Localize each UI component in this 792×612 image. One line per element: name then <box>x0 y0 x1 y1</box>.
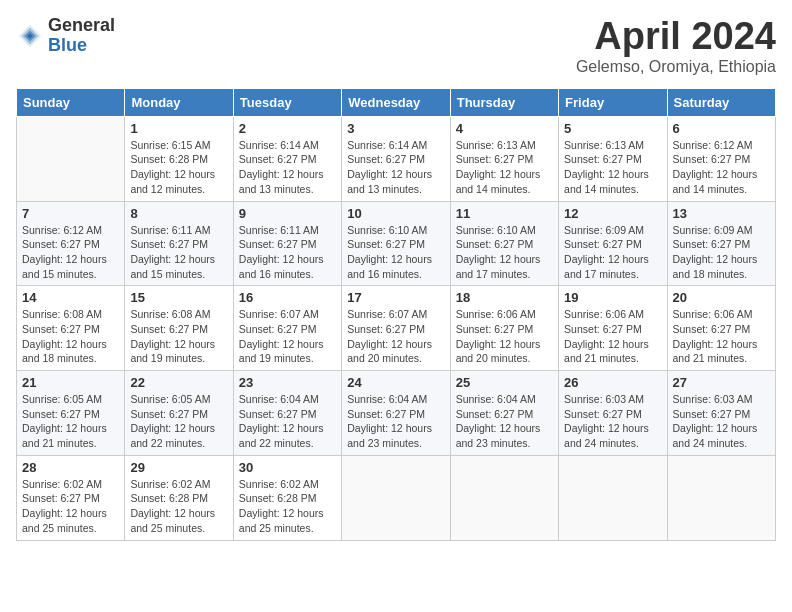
calendar-cell: 10Sunrise: 6:10 AM Sunset: 6:27 PM Dayli… <box>342 201 450 286</box>
day-info: Sunrise: 6:04 AM Sunset: 6:27 PM Dayligh… <box>347 392 444 451</box>
day-number: 18 <box>456 290 553 305</box>
day-number: 30 <box>239 460 336 475</box>
weekday-header-wednesday: Wednesday <box>342 88 450 116</box>
calendar-cell: 18Sunrise: 6:06 AM Sunset: 6:27 PM Dayli… <box>450 286 558 371</box>
day-number: 27 <box>673 375 770 390</box>
calendar-header: SundayMondayTuesdayWednesdayThursdayFrid… <box>17 88 776 116</box>
day-number: 3 <box>347 121 444 136</box>
day-info: Sunrise: 6:02 AM Sunset: 6:27 PM Dayligh… <box>22 477 119 536</box>
day-info: Sunrise: 6:02 AM Sunset: 6:28 PM Dayligh… <box>130 477 227 536</box>
day-info: Sunrise: 6:02 AM Sunset: 6:28 PM Dayligh… <box>239 477 336 536</box>
day-info: Sunrise: 6:03 AM Sunset: 6:27 PM Dayligh… <box>673 392 770 451</box>
day-number: 6 <box>673 121 770 136</box>
calendar-cell: 26Sunrise: 6:03 AM Sunset: 6:27 PM Dayli… <box>559 371 667 456</box>
day-number: 9 <box>239 206 336 221</box>
calendar-cell <box>17 116 125 201</box>
header-row: SundayMondayTuesdayWednesdayThursdayFrid… <box>17 88 776 116</box>
day-info: Sunrise: 6:12 AM Sunset: 6:27 PM Dayligh… <box>673 138 770 197</box>
day-info: Sunrise: 6:05 AM Sunset: 6:27 PM Dayligh… <box>22 392 119 451</box>
day-info: Sunrise: 6:11 AM Sunset: 6:27 PM Dayligh… <box>239 223 336 282</box>
month-title: April 2024 <box>576 16 776 58</box>
day-number: 7 <box>22 206 119 221</box>
calendar-cell: 16Sunrise: 6:07 AM Sunset: 6:27 PM Dayli… <box>233 286 341 371</box>
calendar-cell: 17Sunrise: 6:07 AM Sunset: 6:27 PM Dayli… <box>342 286 450 371</box>
day-info: Sunrise: 6:14 AM Sunset: 6:27 PM Dayligh… <box>239 138 336 197</box>
calendar-cell: 19Sunrise: 6:06 AM Sunset: 6:27 PM Dayli… <box>559 286 667 371</box>
calendar-body: 1Sunrise: 6:15 AM Sunset: 6:28 PM Daylig… <box>17 116 776 540</box>
calendar-cell: 21Sunrise: 6:05 AM Sunset: 6:27 PM Dayli… <box>17 371 125 456</box>
day-info: Sunrise: 6:06 AM Sunset: 6:27 PM Dayligh… <box>673 307 770 366</box>
day-number: 22 <box>130 375 227 390</box>
calendar-cell: 12Sunrise: 6:09 AM Sunset: 6:27 PM Dayli… <box>559 201 667 286</box>
calendar-cell: 5Sunrise: 6:13 AM Sunset: 6:27 PM Daylig… <box>559 116 667 201</box>
weekday-header-friday: Friday <box>559 88 667 116</box>
day-number: 5 <box>564 121 661 136</box>
day-info: Sunrise: 6:14 AM Sunset: 6:27 PM Dayligh… <box>347 138 444 197</box>
weekday-header-thursday: Thursday <box>450 88 558 116</box>
day-number: 20 <box>673 290 770 305</box>
day-info: Sunrise: 6:04 AM Sunset: 6:27 PM Dayligh… <box>239 392 336 451</box>
day-info: Sunrise: 6:10 AM Sunset: 6:27 PM Dayligh… <box>347 223 444 282</box>
day-info: Sunrise: 6:09 AM Sunset: 6:27 PM Dayligh… <box>564 223 661 282</box>
calendar-cell: 22Sunrise: 6:05 AM Sunset: 6:27 PM Dayli… <box>125 371 233 456</box>
day-number: 24 <box>347 375 444 390</box>
calendar-cell: 6Sunrise: 6:12 AM Sunset: 6:27 PM Daylig… <box>667 116 775 201</box>
week-row-2: 7Sunrise: 6:12 AM Sunset: 6:27 PM Daylig… <box>17 201 776 286</box>
day-info: Sunrise: 6:12 AM Sunset: 6:27 PM Dayligh… <box>22 223 119 282</box>
calendar-cell: 14Sunrise: 6:08 AM Sunset: 6:27 PM Dayli… <box>17 286 125 371</box>
day-info: Sunrise: 6:10 AM Sunset: 6:27 PM Dayligh… <box>456 223 553 282</box>
calendar-cell: 28Sunrise: 6:02 AM Sunset: 6:27 PM Dayli… <box>17 455 125 540</box>
day-number: 25 <box>456 375 553 390</box>
calendar-cell <box>450 455 558 540</box>
weekday-header-tuesday: Tuesday <box>233 88 341 116</box>
week-row-1: 1Sunrise: 6:15 AM Sunset: 6:28 PM Daylig… <box>17 116 776 201</box>
calendar-cell <box>667 455 775 540</box>
logo: General Blue <box>16 16 115 56</box>
day-number: 23 <box>239 375 336 390</box>
calendar-table: SundayMondayTuesdayWednesdayThursdayFrid… <box>16 88 776 541</box>
calendar-cell: 4Sunrise: 6:13 AM Sunset: 6:27 PM Daylig… <box>450 116 558 201</box>
day-number: 21 <box>22 375 119 390</box>
calendar-cell <box>342 455 450 540</box>
weekday-header-monday: Monday <box>125 88 233 116</box>
calendar-cell: 7Sunrise: 6:12 AM Sunset: 6:27 PM Daylig… <box>17 201 125 286</box>
calendar-cell: 13Sunrise: 6:09 AM Sunset: 6:27 PM Dayli… <box>667 201 775 286</box>
day-number: 10 <box>347 206 444 221</box>
calendar-cell: 15Sunrise: 6:08 AM Sunset: 6:27 PM Dayli… <box>125 286 233 371</box>
logo-text: General Blue <box>48 16 115 56</box>
day-number: 15 <box>130 290 227 305</box>
calendar-cell: 1Sunrise: 6:15 AM Sunset: 6:28 PM Daylig… <box>125 116 233 201</box>
day-number: 4 <box>456 121 553 136</box>
day-number: 29 <box>130 460 227 475</box>
day-number: 11 <box>456 206 553 221</box>
calendar-cell: 30Sunrise: 6:02 AM Sunset: 6:28 PM Dayli… <box>233 455 341 540</box>
logo-icon <box>16 22 44 50</box>
week-row-5: 28Sunrise: 6:02 AM Sunset: 6:27 PM Dayli… <box>17 455 776 540</box>
logo-blue-text: Blue <box>48 36 115 56</box>
calendar-cell: 29Sunrise: 6:02 AM Sunset: 6:28 PM Dayli… <box>125 455 233 540</box>
day-number: 8 <box>130 206 227 221</box>
day-info: Sunrise: 6:06 AM Sunset: 6:27 PM Dayligh… <box>456 307 553 366</box>
weekday-header-sunday: Sunday <box>17 88 125 116</box>
page-header: General Blue April 2024 Gelemso, Oromiya… <box>16 16 776 76</box>
day-info: Sunrise: 6:04 AM Sunset: 6:27 PM Dayligh… <box>456 392 553 451</box>
calendar-cell: 11Sunrise: 6:10 AM Sunset: 6:27 PM Dayli… <box>450 201 558 286</box>
title-block: April 2024 Gelemso, Oromiya, Ethiopia <box>576 16 776 76</box>
calendar-cell: 2Sunrise: 6:14 AM Sunset: 6:27 PM Daylig… <box>233 116 341 201</box>
day-info: Sunrise: 6:06 AM Sunset: 6:27 PM Dayligh… <box>564 307 661 366</box>
day-info: Sunrise: 6:15 AM Sunset: 6:28 PM Dayligh… <box>130 138 227 197</box>
day-info: Sunrise: 6:07 AM Sunset: 6:27 PM Dayligh… <box>347 307 444 366</box>
day-number: 16 <box>239 290 336 305</box>
calendar-cell: 3Sunrise: 6:14 AM Sunset: 6:27 PM Daylig… <box>342 116 450 201</box>
calendar-cell: 23Sunrise: 6:04 AM Sunset: 6:27 PM Dayli… <box>233 371 341 456</box>
calendar-cell: 9Sunrise: 6:11 AM Sunset: 6:27 PM Daylig… <box>233 201 341 286</box>
calendar-cell: 20Sunrise: 6:06 AM Sunset: 6:27 PM Dayli… <box>667 286 775 371</box>
day-number: 28 <box>22 460 119 475</box>
day-number: 26 <box>564 375 661 390</box>
location-title: Gelemso, Oromiya, Ethiopia <box>576 58 776 76</box>
day-info: Sunrise: 6:07 AM Sunset: 6:27 PM Dayligh… <box>239 307 336 366</box>
day-info: Sunrise: 6:13 AM Sunset: 6:27 PM Dayligh… <box>456 138 553 197</box>
day-info: Sunrise: 6:09 AM Sunset: 6:27 PM Dayligh… <box>673 223 770 282</box>
logo-general-text: General <box>48 16 115 36</box>
calendar-cell: 25Sunrise: 6:04 AM Sunset: 6:27 PM Dayli… <box>450 371 558 456</box>
